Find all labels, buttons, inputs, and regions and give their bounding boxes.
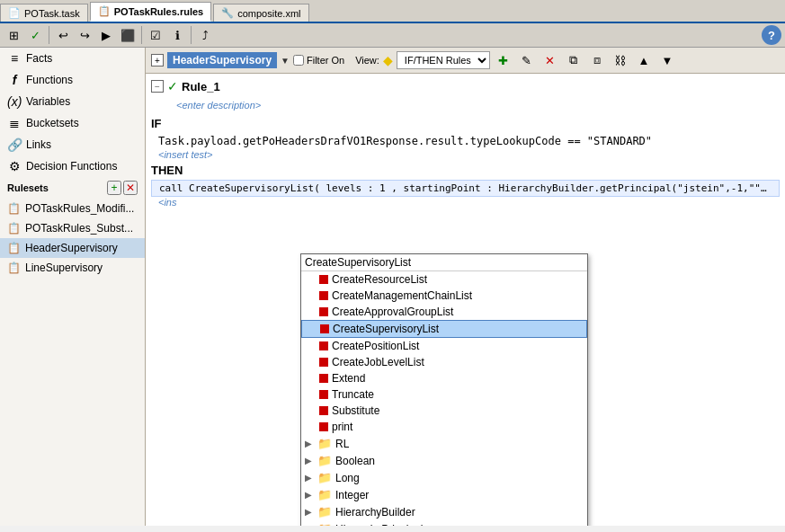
toolbar: ⊞ ✓ ↩ ↪ ▶ ⬛ ☑ ℹ ⤴ ?	[0, 23, 785, 48]
sidebar-ruleset-potaskrules-modif[interactable]: 📋 POTaskRules_Modifi...	[0, 199, 145, 218]
tab-potaskrules-label: POTaskRules.rules	[114, 6, 203, 17]
sidebar-item-variables[interactable]: (x) Variables	[0, 91, 145, 112]
info-button[interactable]: ℹ	[167, 25, 187, 45]
tab-potask[interactable]: 📄 POTask.task	[0, 4, 88, 22]
sidebar-item-bucketsets-label: Bucketsets	[26, 117, 79, 129]
method-icon	[319, 291, 328, 300]
if-label: IF	[151, 117, 780, 130]
sidebar-item-variables-label: Variables	[26, 95, 70, 108]
ac-item-substitute[interactable]: Substitute	[301, 403, 587, 419]
forward-button[interactable]: ▶	[96, 25, 116, 45]
add-rule-button[interactable]: ✚	[494, 50, 513, 70]
ac-group-hierarchybuilder[interactable]: ▶ 📁 HierarchyBuilder	[301, 503, 587, 520]
folder-icon-hierarchybuilder: 📁	[317, 505, 332, 519]
ac-group-hierarchyprincipal[interactable]: ▶ 📁 HierarchyPrincipal	[301, 520, 587, 526]
paste-button[interactable]: ⧈	[587, 50, 607, 70]
rule-expand-button[interactable]: −	[151, 80, 164, 93]
ruleset-label-2: POTaskRules_Subst...	[25, 222, 133, 235]
ac-item-createjoblevellist[interactable]: CreateJobLevelList	[301, 354, 587, 370]
sidebar-item-facts[interactable]: ≡ Facts	[0, 48, 145, 69]
rule-header: − ✓ Rule_1	[151, 79, 780, 93]
variables-icon: (x)	[7, 94, 22, 109]
add-ruleset-button[interactable]: +	[107, 181, 121, 195]
ac-item-createpositionlist[interactable]: CreatePositionList	[301, 338, 587, 354]
up-button[interactable]: ▲	[634, 50, 654, 70]
ruleset-name-text: HeaderSupervisory	[173, 54, 272, 66]
sidebar-item-functions-label: Functions	[26, 74, 73, 86]
filter-checkbox[interactable]	[293, 55, 304, 66]
copy-button[interactable]: ⧉	[564, 50, 584, 70]
view-select[interactable]: IF/THEN Rules Decision Table Tree	[397, 51, 490, 69]
method-icon	[319, 275, 328, 284]
tab-composite-icon: 🔧	[221, 7, 234, 19]
rule-description[interactable]: <enter description>	[176, 100, 261, 111]
ac-group-long[interactable]: ▶ 📁 Long	[301, 469, 587, 486]
back-button[interactable]: ⬛	[118, 25, 138, 45]
ac-group-integer[interactable]: ▶ 📁 Integer	[301, 486, 587, 503]
action-text[interactable]: call CreateSupervisoryList( levels : 1 ,…	[151, 180, 780, 197]
ac-item-extend[interactable]: Extend	[301, 370, 587, 386]
condition-text[interactable]: Task.payload.getPoHeadersDrafVO1Response…	[151, 133, 780, 149]
main-container: ≡ Facts f Functions (x) Variables ≣ Buck…	[0, 48, 785, 526]
ac-item-createsupervisorylist[interactable]: CreateSupervisoryList	[301, 320, 587, 338]
method-icon	[319, 422, 328, 431]
view-label: View:	[355, 55, 379, 66]
method-icon	[319, 358, 328, 367]
sidebar-item-functions[interactable]: f Functions	[0, 69, 145, 91]
expand-triangle-hierarchybuilder: ▶	[305, 507, 312, 517]
grid-button[interactable]: ⊞	[4, 25, 23, 45]
tab-composite[interactable]: 🔧 composite.xml	[213, 4, 308, 22]
expand-triangle-hierarchyprincipal: ▶	[305, 524, 312, 526]
remove-ruleset-button[interactable]: ✕	[123, 181, 138, 195]
ac-item-truncate[interactable]: Truncate	[301, 386, 587, 403]
rule-body: − ✓ Rule_1 <enter description> IF Task.p…	[146, 74, 785, 526]
ac-item-createapprovalgrouplist[interactable]: CreateApprovalGroupList	[301, 304, 587, 320]
checkbox-button[interactable]: ☑	[146, 25, 165, 45]
autocomplete-input[interactable]	[301, 254, 587, 271]
ruleset-label-4: LineSupervisory	[25, 262, 103, 274]
link-button[interactable]: ⛓	[611, 50, 630, 70]
method-icon	[319, 406, 328, 415]
sidebar-item-links-label: Links	[26, 138, 51, 151]
export-button[interactable]: ⤴	[195, 25, 215, 45]
insert-action[interactable]: <ins	[151, 197, 780, 208]
method-icon	[320, 324, 329, 333]
autocomplete-list: CreateResourceList CreateManagementChain…	[301, 271, 587, 526]
method-icon	[319, 341, 328, 350]
sidebar-item-bucketsets[interactable]: ≣ Bucketsets	[0, 112, 145, 134]
sidebar-ruleset-potaskrules-subst[interactable]: 📋 POTaskRules_Subst...	[0, 218, 145, 238]
ac-item-createmanagementchainlist[interactable]: CreateManagementChainList	[301, 288, 587, 304]
ruleset-icon-2: 📋	[7, 222, 21, 235]
ruleset-dropdown-arrow[interactable]: ▼	[281, 56, 290, 66]
tab-potaskrules[interactable]: 📋 POTaskRules.rules	[90, 2, 211, 22]
ac-item-print[interactable]: print	[301, 419, 587, 435]
insert-test[interactable]: <insert test>	[151, 149, 780, 160]
edit-rule-button[interactable]: ✎	[517, 50, 537, 70]
ruleset-icon-1: 📋	[7, 202, 21, 215]
decision-functions-icon: ⚙	[7, 159, 22, 173]
delete-rule-button[interactable]: ✕	[540, 50, 560, 70]
method-icon	[319, 307, 328, 316]
help-button[interactable]: ?	[762, 25, 781, 45]
ruleset-name-label: HeaderSupervisory	[167, 52, 277, 68]
rules-toolbar: + HeaderSupervisory ▼ Filter On View: ◆ …	[146, 48, 785, 74]
undo-button[interactable]: ↩	[53, 25, 73, 45]
ruleset-icon-4: 📋	[7, 262, 21, 274]
ac-group-rl[interactable]: ▶ 📁 RL	[301, 435, 587, 452]
folder-icon-rl: 📁	[317, 437, 332, 450]
tab-potask-label: POTask.task	[24, 8, 80, 19]
sidebar-ruleset-headersupervisory[interactable]: 📋 HeaderSupervisory	[0, 238, 145, 258]
check-button[interactable]: ✓	[25, 25, 45, 45]
sidebar-item-decision-functions[interactable]: ⚙ Decision Functions	[0, 155, 145, 177]
expand-ruleset-button[interactable]: +	[151, 54, 164, 66]
sidebar-ruleset-linesupervisory[interactable]: 📋 LineSupervisory	[0, 258, 145, 278]
sidebar-item-links[interactable]: 🔗 Links	[0, 134, 145, 155]
ac-item-createresourcelist[interactable]: CreateResourceList	[301, 271, 587, 288]
content-area: + HeaderSupervisory ▼ Filter On View: ◆ …	[146, 48, 785, 526]
filter-area: Filter On	[293, 55, 344, 66]
ruleset-label-3: HeaderSupervisory	[25, 242, 118, 254]
ac-group-boolean[interactable]: ▶ 📁 Boolean	[301, 452, 587, 469]
tab-composite-label: composite.xml	[237, 8, 300, 19]
down-button[interactable]: ▼	[657, 50, 677, 70]
redo-button[interactable]: ↪	[75, 25, 94, 45]
